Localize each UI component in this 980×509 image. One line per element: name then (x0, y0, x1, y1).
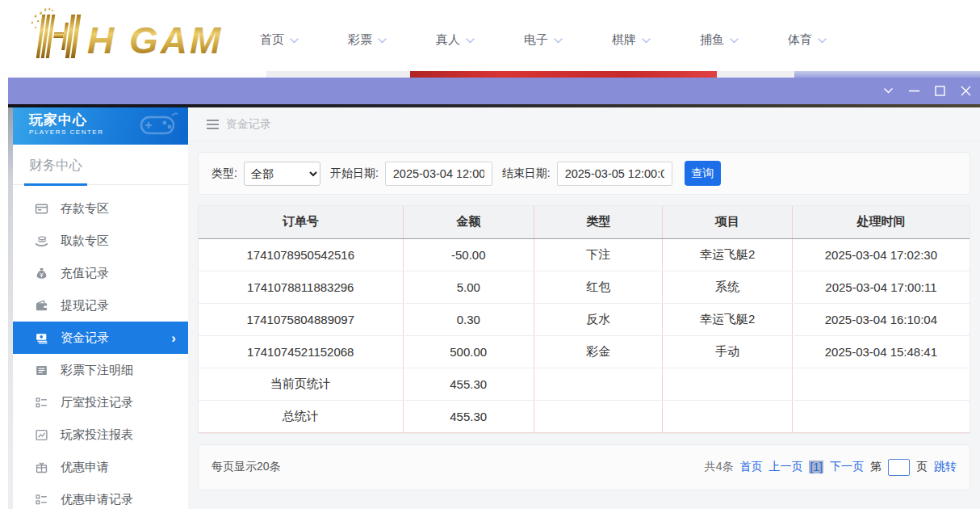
maximize-icon[interactable] (934, 85, 946, 97)
nav-item-1[interactable]: 彩票 (348, 32, 387, 48)
chevron-down-icon (818, 38, 827, 44)
column-header: 类型 (534, 206, 662, 238)
table-cell: 反水 (534, 303, 662, 335)
chevron-down-icon (554, 38, 563, 44)
table-cell: 1741078950542516 (199, 238, 403, 271)
finance-section-label: 财务中心 (29, 158, 82, 172)
sidebar-item-1[interactable]: 取款专区 (13, 225, 188, 257)
money-bag-icon (35, 267, 48, 280)
sidebar-item-8[interactable]: 优惠申请 (13, 451, 188, 483)
nav-item-4[interactable]: 棋牌 (612, 32, 651, 48)
type-label: 类型: (211, 166, 237, 181)
sidebar-item-9[interactable]: 优惠申请记录 (13, 483, 188, 509)
start-date-input[interactable] (385, 162, 492, 186)
column-header: 处理时间 (792, 206, 970, 238)
table-row: 总统计455.30 (199, 400, 970, 432)
banner-segment (0, 71, 266, 78)
nav-item-label: 首页 (260, 32, 284, 48)
withdraw-hand-icon (35, 234, 48, 248)
document-list-icon (35, 364, 48, 377)
minimize-icon[interactable] (908, 85, 920, 97)
wallet-icon (35, 299, 48, 313)
end-date-label: 结束日期: (502, 166, 551, 181)
table-cell: 455.30 (403, 400, 534, 432)
table-cell: 1741078811883296 (199, 271, 403, 303)
main-nav: 首页彩票真人电子棋牌捕鱼体育 (260, 32, 827, 48)
column-header: 金额 (403, 206, 534, 238)
table-cell: 1741074521152068 (199, 335, 403, 368)
chevron-down-icon (378, 38, 387, 44)
sidebar-item-0[interactable]: 存款专区 (13, 192, 188, 225)
sidebar-item-4[interactable]: 资金记录› (13, 322, 188, 354)
current-page-badge[interactable]: [1] (809, 461, 823, 473)
table-cell: 当前页统计 (199, 368, 403, 400)
column-header: 订单号 (199, 206, 403, 238)
nav-item-label: 电子 (524, 32, 548, 48)
table-header-row: 订单号金额类型项目处理时间 (199, 206, 970, 238)
collapse-icon[interactable] (882, 85, 894, 97)
window-titlebar[interactable] (8, 78, 980, 104)
start-date-label: 开始日期: (330, 166, 379, 181)
nav-item-label: 棋牌 (612, 32, 636, 48)
sidebar-item-7[interactable]: 玩家投注报表 (13, 419, 188, 451)
funds-records-table: 订单号金额类型项目处理时间 1741078950542516-50.00下注幸运… (199, 206, 970, 433)
filter-bar: 类型: 全部 开始日期: 结束日期: 查询 (198, 152, 970, 195)
jump-page-input[interactable] (888, 459, 910, 476)
table-cell (792, 368, 970, 400)
chart-report-icon (35, 428, 48, 442)
nav-item-5[interactable]: 捕鱼 (700, 32, 739, 48)
checklist-icon (35, 396, 48, 410)
table-cell: 2025-03-04 17:02:30 (792, 238, 970, 271)
table-cell: 红包 (534, 271, 662, 303)
breadcrumb: 资金记录 (188, 107, 980, 141)
chevron-down-icon (730, 38, 739, 44)
player-center-window: 玩家中心 PLAYERS CENTER 财务中心 存款专区取款专区充值记录提现记… (8, 78, 980, 509)
end-date-input[interactable] (557, 162, 672, 186)
page-size-text: 每页显示20条 (211, 460, 281, 474)
brand-logo-graphic: H GAME (6, 5, 223, 66)
table-cell: 下注 (534, 238, 662, 271)
page-title: 资金记录 (226, 117, 271, 132)
window-controls (882, 78, 975, 104)
nav-item-label: 捕鱼 (700, 32, 724, 48)
table-cell: 系统 (663, 271, 792, 303)
jump-prefix: 第 (870, 460, 882, 474)
menu-toggle-icon[interactable] (207, 120, 219, 129)
site-header: H GAME 首页彩票真人电子棋牌捕鱼体育 (0, 0, 980, 71)
prev-page-link[interactable]: 上一页 (769, 460, 802, 474)
sidebar-item-2[interactable]: 充值记录 (13, 257, 188, 289)
first-page-link[interactable]: 首页 (739, 460, 762, 474)
close-icon[interactable] (960, 85, 972, 97)
nav-item-6[interactable]: 体育 (788, 32, 827, 48)
chevron-down-icon (290, 38, 299, 44)
banner-segment (717, 71, 794, 78)
table-cell: -50.00 (403, 238, 534, 271)
brand-logo[interactable]: H GAME (6, 5, 223, 69)
nav-item-2[interactable]: 真人 (436, 32, 475, 48)
table-cell (534, 400, 662, 432)
sidebar-item-5[interactable]: 彩票下注明细 (13, 354, 188, 386)
table-row: 17410758048890970.30反水幸运飞艇22025-03-04 16… (199, 303, 970, 335)
search-button[interactable]: 查询 (685, 161, 721, 186)
table-cell: 500.00 (403, 335, 534, 368)
table-cell: 2025-03-04 15:48:41 (792, 335, 970, 368)
table-cell (663, 368, 792, 400)
chevron-down-icon (466, 38, 475, 44)
type-select[interactable]: 全部 (244, 162, 320, 186)
sidebar-item-3[interactable]: 提现记录 (13, 289, 188, 322)
nav-item-3[interactable]: 电子 (524, 32, 563, 48)
finance-section-header: 财务中心 (13, 145, 188, 185)
table-cell: 455.30 (403, 368, 534, 400)
sidebar-item-6[interactable]: 厅室投注记录 (13, 386, 188, 419)
banner-segment (266, 71, 410, 78)
next-page-link[interactable]: 下一页 (830, 460, 864, 474)
nav-item-0[interactable]: 首页 (260, 32, 299, 48)
records-table-panel: 订单号金额类型项目处理时间 1741078950542516-50.00下注幸运… (198, 205, 970, 434)
jump-button[interactable]: 跳转 (934, 460, 957, 474)
table-cell (534, 368, 662, 400)
gamepad-icon (138, 111, 180, 143)
table-cell: 手动 (663, 335, 792, 368)
nav-item-label: 体育 (788, 32, 812, 48)
table-row: 1741074521152068500.00彩金手动2025-03-04 15:… (199, 335, 970, 368)
section-active-bar (24, 183, 87, 186)
